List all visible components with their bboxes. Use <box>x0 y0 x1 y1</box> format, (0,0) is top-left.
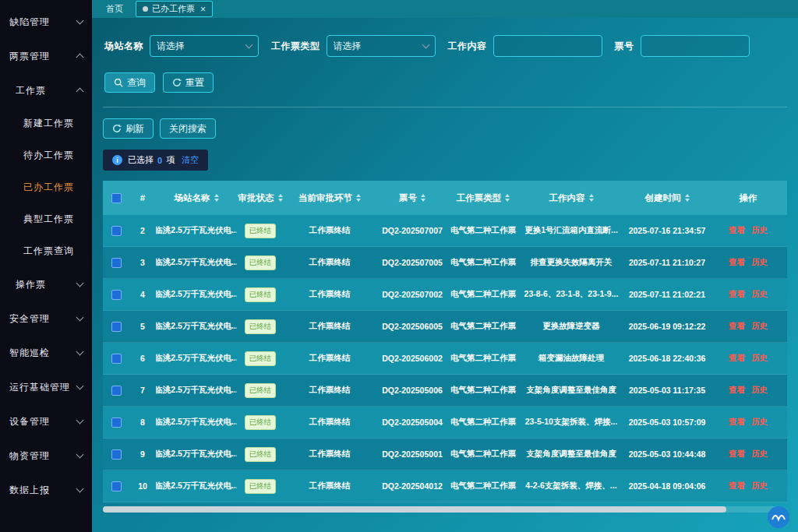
view-link[interactable]: 查看 <box>729 225 745 236</box>
history-link[interactable]: 历史 <box>751 321 768 332</box>
row-checkbox[interactable] <box>111 481 122 491</box>
row-content: 支架角度调整至最佳角度 <box>517 449 625 460</box>
logo-badge[interactable] <box>767 506 790 529</box>
history-link[interactable]: 历史 <box>751 481 768 491</box>
chevron-down-icon <box>76 17 84 25</box>
sidebar-item-9[interactable]: 安全管理 <box>0 301 92 336</box>
tab-active[interactable]: 已办工作票 × <box>136 1 213 17</box>
ticket-no-input[interactable] <box>641 35 750 57</box>
tab-dot-icon <box>143 6 148 12</box>
sidebar-item-7[interactable]: 工作票查询 <box>0 235 92 267</box>
view-link[interactable]: 查看 <box>729 321 745 332</box>
sidebar-item-5[interactable]: 已办工作票 <box>0 171 92 203</box>
sidebar-item-14[interactable]: 数据上报 <box>0 473 92 507</box>
view-link[interactable]: 查看 <box>729 257 745 268</box>
sidebar-item-2[interactable]: 工作票 <box>0 73 92 107</box>
sidebar-item-10[interactable]: 智能巡检 <box>0 336 92 370</box>
table-row: 10临洮2.5万千瓦光伏电...已终结工作票终结DQ2-202504012电气第… <box>103 470 787 502</box>
row-index: 10 <box>129 481 156 491</box>
refresh-icon <box>172 78 182 87</box>
row-checkbox[interactable] <box>111 290 122 300</box>
view-link[interactable]: 查看 <box>729 385 745 396</box>
row-status: 已终结 <box>237 479 284 494</box>
view-link[interactable]: 查看 <box>729 417 745 428</box>
sidebar-item-11[interactable]: 运行基础管理 <box>0 370 92 404</box>
history-link[interactable]: 历史 <box>751 257 768 268</box>
row-ticket: DQ2-202504012 <box>376 481 449 491</box>
tab-close-icon[interactable]: × <box>200 5 206 14</box>
view-link[interactable]: 查看 <box>729 449 745 460</box>
table-header: # 场站名称 审批状态 当前审批环节 票号 工作票类型 工作内容 创建时间 操作 <box>103 181 787 215</box>
ticket-type-select[interactable]: 请选择 <box>327 35 436 57</box>
history-link[interactable]: 历史 <box>751 449 768 460</box>
sidebar-item-13[interactable]: 物资管理 <box>0 439 92 473</box>
view-link[interactable]: 查看 <box>729 353 745 364</box>
sidebar-item-3[interactable]: 新建工作票 <box>0 107 92 139</box>
table-row: 3临洮2.5万千瓦光伏电...已终结工作票终结DQ2-202507005电气第二… <box>103 247 787 279</box>
status-badge: 已终结 <box>245 479 277 494</box>
row-checkbox[interactable] <box>111 386 122 396</box>
station-field: 场站名称 请选择 <box>104 35 259 57</box>
close-search-button[interactable]: 关闭搜索 <box>160 118 216 139</box>
row-checkbox[interactable] <box>111 354 122 364</box>
status-badge: 已终结 <box>245 415 277 430</box>
sidebar-item-12[interactable]: 设备管理 <box>0 404 92 439</box>
selected-count: 0 <box>157 156 162 165</box>
row-station: 临洮2.5万千瓦光伏电... <box>156 321 237 332</box>
chevron-up-icon <box>76 88 84 96</box>
row-checkbox-cell <box>103 417 129 428</box>
header-station[interactable]: 场站名称 <box>156 192 237 204</box>
table-body: 2临洮2.5万千瓦光伏电...已终结工作票终结DQ2-202507007电气第二… <box>103 215 787 502</box>
view-link[interactable]: 查看 <box>729 481 745 491</box>
refresh-button[interactable]: 刷新 <box>103 118 154 139</box>
sidebar-item-4[interactable]: 待办工作票 <box>0 139 92 171</box>
row-index: 9 <box>129 449 156 459</box>
row-actions: 查看历史 <box>709 321 787 332</box>
row-step: 工作票终结 <box>284 321 376 332</box>
row-content: 更换故障逆变器 <box>517 321 625 332</box>
close-search-label: 关闭搜索 <box>169 122 207 136</box>
sidebar-item-1[interactable]: 两票管理 <box>0 39 92 73</box>
history-link[interactable]: 历史 <box>751 353 768 364</box>
row-checkbox[interactable] <box>111 226 122 236</box>
station-select[interactable]: 请选择 <box>150 35 259 57</box>
row-checkbox[interactable] <box>111 322 122 332</box>
row-step: 工作票终结 <box>284 225 376 236</box>
row-ticket: DQ2-202507007 <box>376 226 449 235</box>
header-content[interactable]: 工作内容 <box>517 192 625 204</box>
sidebar-item-8[interactable]: 操作票 <box>0 267 92 301</box>
history-link[interactable]: 历史 <box>751 385 768 396</box>
select-all-checkbox[interactable] <box>111 193 122 203</box>
header-ticket[interactable]: 票号 <box>376 192 449 204</box>
header-status[interactable]: 审批状态 <box>237 192 284 204</box>
row-checkbox[interactable] <box>111 417 122 428</box>
history-link[interactable]: 历史 <box>751 225 768 236</box>
row-actions: 查看历史 <box>709 257 787 268</box>
row-checkbox[interactable] <box>111 449 122 460</box>
view-link[interactable]: 查看 <box>729 289 745 300</box>
row-status: 已终结 <box>237 287 284 302</box>
query-button[interactable]: 查询 <box>104 72 155 93</box>
row-type: 电气第二种工作票 <box>449 353 517 364</box>
row-station: 临洮2.5万千瓦光伏电... <box>156 289 237 300</box>
chevron-down-icon <box>76 314 84 322</box>
row-checkbox[interactable] <box>111 258 122 268</box>
row-actions: 查看历史 <box>709 417 787 428</box>
reset-button[interactable]: 重置 <box>163 72 214 93</box>
row-created: 2025-04-18 09:04:06 <box>625 481 709 491</box>
header-step[interactable]: 当前审批环节 <box>284 192 376 204</box>
row-station: 临洮2.5万千瓦光伏电... <box>156 449 237 460</box>
history-link[interactable]: 历史 <box>751 289 768 300</box>
tab-home[interactable]: 首页 <box>101 2 128 16</box>
sidebar-item-6[interactable]: 典型工作票 <box>0 203 92 235</box>
status-badge: 已终结 <box>245 255 277 270</box>
header-type[interactable]: 工作票类型 <box>449 192 517 204</box>
work-content-input[interactable] <box>493 35 602 57</box>
row-created: 2025-06-18 22:40:36 <box>625 354 709 363</box>
sidebar-item-0[interactable]: 缺陷管理 <box>0 5 92 39</box>
history-link[interactable]: 历史 <box>751 417 768 428</box>
header-created[interactable]: 创建时间 <box>625 192 709 204</box>
scrollbar-thumb[interactable] <box>103 506 726 513</box>
row-station: 临洮2.5万千瓦光伏电... <box>156 257 237 268</box>
clear-selection-link[interactable]: 清空 <box>182 154 199 166</box>
